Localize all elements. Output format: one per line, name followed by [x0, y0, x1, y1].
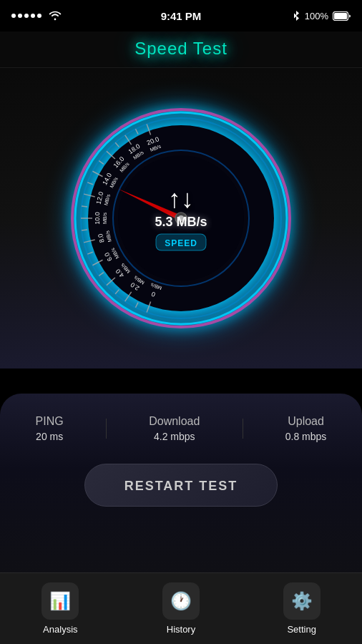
- svg-line-27: [135, 129, 138, 134]
- status-bar: 9:41 PM 100%: [0, 0, 362, 31]
- gauge-section: 0 MB/s 2.0 MB/s 4.0 MB/s 6.0 MB/s 8.0 MB…: [0, 68, 362, 369]
- app-title: Speed Test: [0, 39, 362, 59]
- setting-icon: ⚙️: [291, 591, 313, 611]
- download-label: Download: [149, 415, 200, 428]
- svg-text:10.0: 10.0: [94, 212, 101, 225]
- ping-value: 20 ms: [36, 431, 63, 442]
- svg-text:MB/s: MB/s: [102, 213, 107, 224]
- svg-line-15: [87, 252, 92, 254]
- transfer-arrows-icon: ↑↓: [168, 186, 194, 212]
- svg-line-17: [82, 230, 87, 230]
- download-stat: Download 4.2 mbps: [149, 415, 200, 442]
- bottom-panel: PING 20 ms Download 4.2 mbps Upload 0.8 …: [0, 394, 362, 644]
- svg-line-13: [99, 273, 104, 276]
- svg-line-11: [115, 290, 119, 294]
- speed-value: 5.3 MB/s: [155, 215, 207, 230]
- battery-area: 100%: [292, 10, 351, 21]
- restart-button[interactable]: RESTART TEST: [84, 464, 278, 507]
- tab-analysis-label: Analysis: [43, 624, 77, 635]
- speedometer: 0 MB/s 2.0 MB/s 4.0 MB/s 6.0 MB/s 8.0 MB…: [67, 104, 295, 333]
- svg-rect-1: [334, 13, 347, 19]
- signal-dots: [11, 14, 41, 18]
- speed-label-text: SPEED: [165, 238, 197, 248]
- battery-percent: 100%: [305, 11, 328, 21]
- tab-analysis-icon-bg: 📊: [41, 582, 79, 620]
- signal-dot-2: [18, 14, 22, 18]
- svg-line-25: [115, 142, 119, 147]
- ping-stat: PING 20 ms: [36, 415, 64, 442]
- signal-dot-4: [31, 14, 35, 18]
- tab-history-icon-bg: 🕐: [162, 582, 200, 620]
- wifi-icon: [49, 11, 62, 21]
- stat-divider-2: [243, 419, 243, 439]
- svg-line-23: [99, 161, 104, 165]
- svg-line-9: [135, 303, 138, 308]
- stats-row: PING 20 ms Download 4.2 mbps Upload 0.8 …: [0, 394, 362, 457]
- tab-history[interactable]: 🕐 History: [151, 577, 211, 640]
- speed-center: ↑↓ 5.3 MB/s SPEED: [155, 186, 207, 251]
- analysis-icon: 📊: [49, 591, 71, 611]
- bluetooth-icon: [292, 10, 300, 21]
- signal-dot-3: [24, 14, 29, 18]
- svg-line-21: [87, 182, 92, 185]
- tab-setting-icon-bg: ⚙️: [283, 582, 321, 620]
- signal-area: [11, 11, 62, 21]
- tab-analysis[interactable]: 📊 Analysis: [30, 577, 90, 640]
- history-icon: 🕐: [170, 591, 192, 611]
- ping-label: PING: [36, 415, 64, 428]
- tab-setting-label: Setting: [287, 624, 315, 635]
- tab-setting[interactable]: ⚙️ Setting: [272, 577, 332, 640]
- speed-label-badge: SPEED: [155, 234, 207, 251]
- upload-stat: Upload 0.8 mbps: [285, 415, 327, 442]
- status-time: 9:41 PM: [161, 10, 202, 22]
- app-header: Speed Test: [0, 31, 362, 68]
- stat-divider-1: [106, 419, 107, 439]
- tab-history-label: History: [167, 624, 195, 635]
- upload-value: 0.8 mbps: [285, 431, 327, 442]
- battery-icon: [333, 11, 351, 21]
- upload-label: Upload: [288, 415, 324, 428]
- download-value: 4.2 mbps: [154, 431, 195, 442]
- signal-dot-1: [11, 14, 16, 18]
- tab-bar: 📊 Analysis 🕐 History ⚙️ Setting: [0, 572, 362, 644]
- svg-line-19: [82, 206, 87, 207]
- signal-dot-5: [37, 14, 41, 18]
